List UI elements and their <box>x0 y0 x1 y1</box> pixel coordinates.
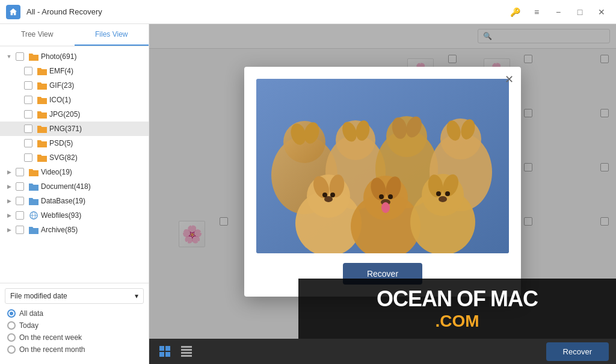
grid-view-button[interactable] <box>156 343 173 360</box>
key-button[interactable]: 🔑 <box>507 4 523 20</box>
checkbox-archive[interactable] <box>16 226 24 234</box>
checkbox-ico[interactable] <box>24 96 32 104</box>
folder-icon-jpg <box>37 110 47 119</box>
bottom-bar: Recover <box>149 339 616 364</box>
tree-item-video[interactable]: ▶ Video(19) <box>0 165 149 179</box>
tree-label-database: DataBase(19) <box>41 197 85 205</box>
tree-item-psd[interactable]: PSD(5) <box>0 136 149 150</box>
radio-circle-today <box>7 321 16 330</box>
tree-label-ico: ICO(1) <box>49 96 71 104</box>
tree-item-ico[interactable]: ICO(1) <box>0 93 149 107</box>
tree-label-psd: PSD(5) <box>49 139 73 147</box>
maximize-button[interactable]: □ <box>571 4 588 20</box>
folder-icon-emf <box>37 66 47 76</box>
content-area: 🔍 🌸 u115.png <box>149 24 616 364</box>
checkbox-photo[interactable] <box>16 52 24 61</box>
watermark-of: OF <box>457 286 485 312</box>
radio-circle-recent-month <box>7 345 16 354</box>
svg-point-35 <box>439 196 447 202</box>
expand-icon-database: ▶ <box>5 197 13 205</box>
svg-rect-43 <box>165 346 170 351</box>
checkbox-jpg[interactable] <box>24 110 32 119</box>
menu-button[interactable]: ≡ <box>528 4 545 20</box>
tree-item-jpg[interactable]: JPG(205) <box>0 107 149 122</box>
watermark-line1: OCEAN OF MAC <box>377 286 538 312</box>
expand-icon-svg <box>13 153 22 162</box>
modal-image <box>256 79 509 253</box>
svg-point-36 <box>322 193 327 197</box>
main-recover-button[interactable]: Recover <box>546 342 609 361</box>
tree-item-document[interactable]: ▶ Document(418) <box>0 179 149 194</box>
folder-icon-video <box>29 167 38 177</box>
radio-label-recent-week: On the recent week <box>19 333 82 342</box>
checkbox-database[interactable] <box>16 197 24 205</box>
checkbox-png[interactable] <box>24 125 32 133</box>
checkbox-webfiles[interactable] <box>16 211 24 220</box>
filter-area: File modified date ▾ All data Today On t… <box>0 283 149 364</box>
radio-recent-week[interactable]: On the recent week <box>5 332 144 344</box>
expand-icon-photo: ▼ <box>5 52 13 61</box>
tree-item-photo[interactable]: ▼ Photo(691) <box>0 49 149 64</box>
radio-recent-month[interactable]: On the recent month <box>5 344 144 356</box>
tree-label-png: PNG(371) <box>49 125 82 133</box>
tree-item-webfiles[interactable]: ▶ Webfiles(93) <box>0 208 149 223</box>
tree-item-png[interactable]: PNG(371) <box>0 122 149 136</box>
filter-label: File modified date <box>10 292 67 300</box>
tree-label-emf: EMF(4) <box>49 67 73 75</box>
close-button[interactable]: ✕ <box>593 4 610 20</box>
svg-rect-49 <box>181 355 192 357</box>
tree-label-jpg: JPG(205) <box>49 110 80 119</box>
tree-item-archive[interactable]: ▶ Archive(85) <box>0 223 149 237</box>
checkbox-psd[interactable] <box>24 139 32 147</box>
folder-icon-archive <box>29 225 38 235</box>
folder-icon-webfiles <box>29 211 38 220</box>
radio-label-all-data: All data <box>19 309 43 318</box>
radio-group: All data Today On the recent week On the… <box>5 304 144 359</box>
watermark-com: .COM <box>435 312 479 330</box>
tree-label-photo: Photo(691) <box>41 52 76 61</box>
svg-point-39 <box>388 194 393 199</box>
watermark-overlay: OCEAN OF MAC .COM <box>298 279 616 339</box>
sidebar-tabs: Tree View Files View <box>0 24 149 46</box>
folder-icon-database <box>29 196 38 206</box>
tree-label-gif: GIF(23) <box>49 81 74 90</box>
tree-item-database[interactable]: ▶ DataBase(19) <box>0 194 149 208</box>
svg-rect-47 <box>181 349 192 351</box>
app-title: All - Around Recovery <box>26 7 507 16</box>
svg-point-37 <box>330 193 335 197</box>
modal-image-container <box>256 79 509 253</box>
tree-item-svg[interactable]: SVG(82) <box>0 150 149 165</box>
watermark-mac: MAC <box>490 286 538 312</box>
main-layout: Tree View Files View ▼ Photo(691) <box>0 24 616 364</box>
svg-rect-42 <box>159 346 164 351</box>
expand-icon-archive: ▶ <box>5 226 13 234</box>
checkbox-video[interactable] <box>16 168 24 176</box>
tab-files-view[interactable]: Files View <box>75 24 149 46</box>
list-view-button[interactable] <box>178 343 195 360</box>
checkbox-gif[interactable] <box>24 81 32 90</box>
svg-point-30 <box>381 202 390 213</box>
radio-label-recent-month: On the recent month <box>19 345 85 354</box>
filter-dropdown[interactable]: File modified date ▾ <box>5 288 144 304</box>
svg-rect-46 <box>181 346 192 348</box>
tree-label-archive: Archive(85) <box>41 226 78 234</box>
expand-icon-webfiles: ▶ <box>5 211 13 220</box>
checkbox-emf[interactable] <box>24 67 32 75</box>
tab-tree-view[interactable]: Tree View <box>0 24 75 46</box>
checkbox-document[interactable] <box>16 182 24 191</box>
svg-point-9 <box>336 120 375 160</box>
radio-today[interactable]: Today <box>5 319 144 332</box>
tree-item-gif[interactable]: GIF(23) <box>0 78 149 93</box>
expand-icon-jpg <box>13 110 22 119</box>
radio-all-data[interactable]: All data <box>5 307 144 319</box>
expand-icon-video: ▶ <box>5 168 13 176</box>
checkbox-svg[interactable] <box>24 153 32 162</box>
tree-item-emf[interactable]: EMF(4) <box>0 64 149 78</box>
tree-label-video: Video(19) <box>41 168 72 176</box>
svg-rect-45 <box>165 352 170 357</box>
expand-icon-document: ▶ <box>5 182 13 191</box>
minimize-button[interactable]: − <box>550 4 567 20</box>
view-controls <box>156 343 195 360</box>
folder-icon-ico <box>37 95 47 105</box>
modal-close-button[interactable]: ✕ <box>505 73 514 86</box>
